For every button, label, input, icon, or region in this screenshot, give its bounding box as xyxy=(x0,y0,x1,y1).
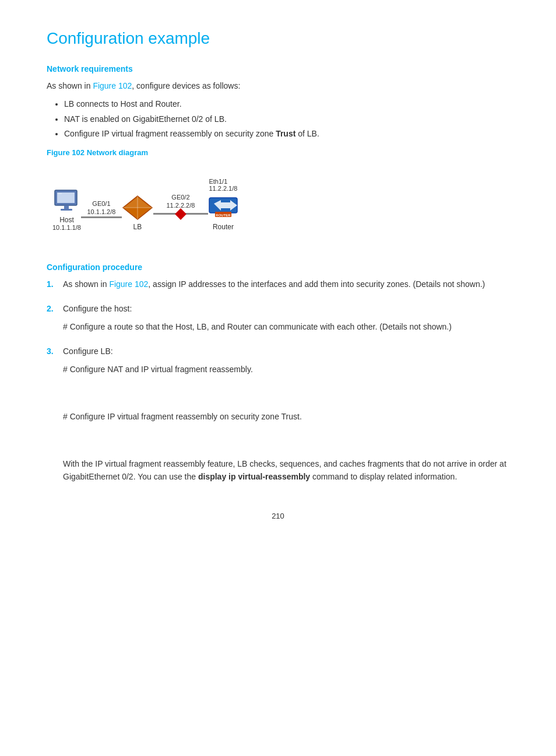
step-3-note: With the IP virtual fragment reassembly … xyxy=(63,457,509,484)
step-2-num: 2. xyxy=(47,302,63,338)
eth11-ip: 11.2.2.1/8 xyxy=(209,185,237,192)
network-requirements-heading: Network requirements xyxy=(47,64,509,74)
line-host-lb xyxy=(81,216,122,218)
lb-label: LB xyxy=(133,223,142,231)
requirements-list: LB connects to Host and Router. NAT is e… xyxy=(64,97,509,141)
line-lb-router-2 xyxy=(185,213,208,215)
svg-rect-2 xyxy=(64,205,69,209)
router-icon-wrapper: ROUTER xyxy=(208,193,238,220)
lb-node: LB xyxy=(122,195,153,231)
line-lb-router-1 xyxy=(153,213,177,215)
req-item-3: Configure IP virtual fragment reassembly… xyxy=(64,127,509,141)
step-3-sub1: # Configure NAT and IP virtual fragment … xyxy=(63,363,509,376)
svg-marker-8 xyxy=(124,197,151,208)
step-2-sub: # Configure a route so that the Host, LB… xyxy=(63,320,509,333)
svg-rect-1 xyxy=(57,192,75,203)
req-item-1: LB connects to Host and Router. xyxy=(64,97,509,111)
svg-text:ROUTER: ROUTER xyxy=(216,213,231,216)
host-icon xyxy=(52,188,80,214)
host-label: Host xyxy=(59,216,74,224)
figure-102-link-2[interactable]: Figure 102 xyxy=(109,279,148,289)
procedure-list: 1. As shown in Figure 102, assign IP add… xyxy=(47,278,509,488)
ge01-ip: 10.1.1.2/8 xyxy=(87,208,115,215)
ge02-label: GE0/2 xyxy=(171,194,189,201)
network-diagram-container: Host 10.1.1.1/8 GE0/1 10.1.1.2/8 xyxy=(47,166,509,249)
step-3-text: Configure LB: xyxy=(63,345,509,358)
router-icon: ROUTER xyxy=(208,193,238,219)
step-2: 2. Configure the host: # Configure a rou… xyxy=(47,302,509,338)
network-diagram: Host 10.1.1.1/8 GE0/1 10.1.1.2/8 xyxy=(52,178,509,231)
configuration-procedure-heading: Configuration procedure xyxy=(47,262,509,272)
step-2-content: Configure the host: # Configure a route … xyxy=(63,302,509,338)
configuration-procedure-section: Configuration procedure 1. As shown in F… xyxy=(47,262,509,488)
router-label: Router xyxy=(213,223,234,231)
figure-heading: Figure 102 Network diagram xyxy=(47,148,509,157)
router-node: Eth1/1 11.2.2.1/8 ROUTER Router xyxy=(208,178,238,231)
network-requirements-intro: As shown in Figure 102, configure device… xyxy=(47,79,509,92)
step-3: 3. Configure LB: # Configure NAT and IP … xyxy=(47,345,509,488)
step-3-sub2: # Configure IP virtual fragment reassemb… xyxy=(63,410,509,423)
step-2-text: Configure the host: xyxy=(63,302,509,315)
host-node: Host 10.1.1.1/8 xyxy=(52,188,81,231)
host-ip: 10.1.1.1/8 xyxy=(52,224,81,231)
page-title: Configuration example xyxy=(47,29,509,48)
host-lb-connection: GE0/1 10.1.1.2/8 xyxy=(81,200,122,218)
step-1-content: As shown in Figure 102, assign IP addres… xyxy=(63,278,509,295)
step-3-note-bold: display ip virtual-reassembly xyxy=(198,472,310,481)
svg-rect-3 xyxy=(61,209,72,211)
step-3-num: 3. xyxy=(47,345,63,488)
step-1-num: 1. xyxy=(47,278,63,295)
page-footer: 210 xyxy=(47,512,509,520)
connector-diamond xyxy=(175,208,186,220)
step-1: 1. As shown in Figure 102, assign IP add… xyxy=(47,278,509,295)
figure-102-link-1[interactable]: Figure 102 xyxy=(93,81,132,90)
network-requirements-section: Network requirements As shown in Figure … xyxy=(47,64,509,249)
lb-icon xyxy=(122,195,153,220)
step-1-text: As shown in Figure 102, assign IP addres… xyxy=(63,278,509,290)
eth11-label: Eth1/1 xyxy=(209,178,227,185)
lb-router-connection: GE0/2 11.2.2.2/8 xyxy=(153,194,208,218)
ge01-label: GE0/1 xyxy=(92,200,110,207)
step-3-content: Configure LB: # Configure NAT and IP vir… xyxy=(63,345,509,488)
page-number: 210 xyxy=(272,512,284,520)
req-item-2: NAT is enabled on GigabitEthernet 0/2 of… xyxy=(64,112,509,127)
